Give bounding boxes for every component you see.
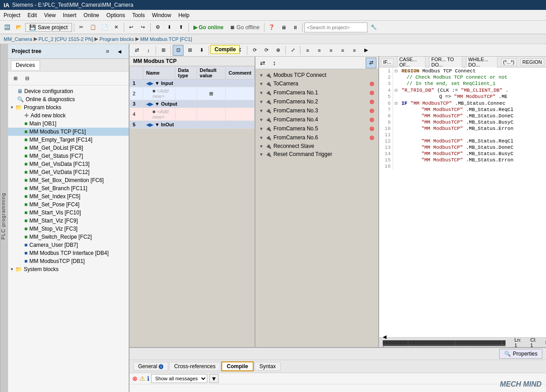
tab-syntax[interactable]: Syntax — [255, 362, 281, 371]
tree-item-mm-modbustcp-db1[interactable]: ■ MM ModbusTCP [DB1] — [8, 257, 129, 265]
delete-network-icon[interactable]: ⊗ — [369, 80, 375, 87]
monitor-btn[interactable]: 🖥 — [278, 22, 289, 33]
tree-item-system-blocks[interactable]: ▼ 📁 System blocks — [8, 265, 129, 273]
tree-item-mm-set-pose-fc4[interactable]: ■ MM_Set_Pose [FC4] — [8, 200, 129, 209]
dropdown-arrow-btn[interactable]: ▼ — [209, 374, 219, 383]
if-btn[interactable]: IF... — [381, 58, 394, 66]
collapse-icon[interactable]: ⊟ — [395, 101, 398, 106]
tab-general[interactable]: General i — [133, 362, 168, 371]
breadcrumb-item-0[interactable]: MM_Camera — [4, 36, 32, 42]
for-btn[interactable]: FOR... TO DO... — [429, 57, 462, 68]
block-tb-btn-19[interactable]: ▶ — [361, 45, 371, 56]
network-item-reconnect-slave[interactable]: ▼ 🔌 Reconnect Slave — [255, 142, 378, 150]
menu-project[interactable]: Project — [0, 11, 24, 19]
tree-item-mm-start-viz-fc9[interactable]: ■ MM_Start_Viz [FC9] — [8, 217, 129, 225]
network-item-from-camera-4[interactable]: ▼ 🔌 FromCamera No.4 ⊗ — [255, 115, 378, 124]
block-tb-btn-14[interactable]: ≡ — [302, 45, 313, 56]
collapse-icon[interactable]: ⊟ — [395, 68, 398, 74]
network-item-from-camera-6[interactable]: ▼ 🔌 FromCamera No.6 ⊗ — [255, 133, 378, 142]
open-btn[interactable]: 📂 — [13, 22, 24, 33]
breadcrumb-item-3[interactable]: MM Modbus TCP [FC1] — [140, 36, 192, 42]
block-tb-btn-18[interactable]: ≡ — [349, 45, 360, 56]
collapse-tree-btn[interactable]: ⧈ — [102, 46, 113, 57]
block-tb-btn-13[interactable]: ⤢ — [287, 45, 298, 56]
block-tb-btn-10[interactable]: ⟳ — [249, 45, 260, 56]
tree-btn-1[interactable]: ⊞ — [10, 73, 21, 84]
devices-tab[interactable]: Devices — [11, 60, 40, 70]
region-btn[interactable]: REGION — [520, 58, 544, 66]
menu-edit[interactable]: Edit — [24, 11, 40, 19]
search-btn[interactable]: 🔧 — [368, 22, 379, 33]
network-list-btn-1[interactable]: ⇄ — [257, 58, 268, 68]
tree-item-mm-stop-viz-fc3[interactable]: ■ MM_Stop_Viz [FC3] — [8, 225, 129, 233]
tree-item-mm-set-branch-fc11[interactable]: ■ MM_Set_Branch [FC11] — [8, 184, 129, 192]
properties-button[interactable]: 🔍 Properties — [499, 349, 542, 359]
network-item-from-camera-5[interactable]: ▼ 🔌 FromCamera No.5 ⊗ — [255, 124, 378, 133]
tree-item-program-blocks[interactable]: ▼ 📁 Program blocks — [8, 103, 129, 111]
new-btn[interactable]: 🆕 — [2, 22, 13, 33]
menu-options[interactable]: Options — [103, 11, 129, 19]
tree-item-mm-set-box-fc6[interactable]: ■ MM_Set_Box_Dimention [FC6] — [8, 176, 129, 184]
network-list-btn-3[interactable]: ⇄ — [366, 58, 376, 68]
network-item-modbus-tcp-connect[interactable]: ▼ 🔌 Modbus TCP Connect — [255, 71, 378, 79]
delete-network-icon[interactable]: ⊗ — [369, 134, 375, 141]
block-tb-btn-16[interactable]: ≡ — [326, 45, 336, 56]
case-btn[interactable]: CASE... OF... — [397, 57, 425, 68]
help-btn[interactable]: ❓ — [266, 22, 277, 33]
network-item-from-camera-3[interactable]: ▼ 🔌 FromCamera No.3 ⊗ — [255, 106, 378, 115]
breadcrumb-item-2[interactable]: Program blocks — [99, 36, 134, 42]
delete-network-icon[interactable]: ⊗ — [369, 98, 375, 105]
search-input[interactable] — [304, 22, 367, 32]
tree-item-mm-get-status-fc7[interactable]: ■ MM_Get_Status [FC7] — [8, 152, 129, 160]
compile-btn[interactable]: ⚙ — [152, 22, 163, 33]
delete-btn[interactable]: ✕ — [111, 22, 122, 33]
tree-item-device-config[interactable]: 🖥 Device configuration — [8, 87, 129, 95]
tree-item-add-new-block[interactable]: ✚ Add new block — [8, 111, 129, 120]
tree-item-mm-set-index-fc5[interactable]: ■ MM_Set_Index [FC5] — [8, 192, 129, 200]
tab-cross-references[interactable]: Cross-references — [169, 362, 220, 371]
network-list-btn-2[interactable]: ↕ — [269, 58, 280, 68]
block-tb-btn-15[interactable]: ≡ — [314, 45, 325, 56]
delete-network-icon[interactable]: ⊗ — [369, 116, 375, 123]
paste-btn[interactable]: 📄 — [99, 22, 110, 33]
go-offline-button[interactable]: ⏹ Go offline — [227, 23, 262, 31]
menu-window[interactable]: Window — [148, 11, 175, 19]
collapse-icon[interactable]: ⊟ — [395, 88, 398, 93]
tree-item-mm-start-vis-fc10[interactable]: ■ MM_Start_Vis [FC10] — [8, 209, 129, 217]
menu-help[interactable]: Help — [175, 11, 193, 19]
tree-item-mm-switch-recipe-fc2[interactable]: ■ MM_Switch_Recipe [FC2] — [8, 233, 129, 241]
tree-item-mm-empty-target-fc14[interactable]: ■ MM_Empty_Target [FC14] — [8, 136, 129, 144]
redo-btn[interactable]: ↪ — [138, 22, 148, 33]
block-tb-btn-17[interactable]: ≡ — [337, 45, 348, 56]
tree-item-mm-get-vizdata-fc12[interactable]: ■ MM_Get_VizData [FC12] — [8, 168, 129, 176]
network-item-from-camera-2[interactable]: ▼ 🔌 FromCamera No.2 ⊗ — [255, 97, 378, 106]
block-tb-btn-5[interactable]: ⊞ — [184, 45, 195, 56]
menu-online[interactable]: Online — [80, 11, 103, 19]
block-tb-btn-3[interactable]: ⊞ — [158, 45, 169, 56]
block-tb-btn-4[interactable]: ⊡ — [173, 45, 183, 56]
undo-btn[interactable]: ↩ — [126, 22, 137, 33]
tree-btn-2[interactable]: ⊟ — [22, 73, 32, 84]
tab-compile[interactable]: Compile — [221, 361, 253, 371]
while-btn[interactable]: WHILE... DO... — [466, 57, 497, 68]
menu-tools[interactable]: Tools — [129, 11, 148, 19]
tree-item-camera-user-db7[interactable]: ■ Camera_User [DB7] — [8, 241, 129, 249]
tree-item-main-ob1[interactable]: ■ Main [OB1] — [8, 120, 129, 128]
block-tb-btn-12[interactable]: ⊕ — [273, 45, 283, 56]
show-messages-dropdown[interactable]: Show all messages — [151, 374, 207, 383]
block-tb-btn-11[interactable]: ⟳ — [261, 45, 272, 56]
save-project-button[interactable]: 💾 Save project — [25, 23, 72, 32]
block-tb-btn-2[interactable]: ↕ — [143, 45, 154, 56]
cut-btn[interactable]: ✂ — [76, 22, 87, 33]
stop-btn[interactable]: ⏸ — [290, 22, 300, 33]
tree-item-mm-get-dolist-fc8[interactable]: ■ MM_Get_DoList [FC8] — [8, 144, 129, 152]
close-tree-btn[interactable]: ◀ — [114, 46, 125, 57]
menu-insert[interactable]: Insert — [59, 11, 80, 19]
delete-network-icon[interactable]: ⊗ — [369, 89, 375, 96]
tree-item-mm-modbus-tcp-fc1[interactable]: ■ MM Modbus TCP [FC1] — [8, 128, 129, 136]
comment-btn[interactable]: (*...*) — [501, 58, 517, 66]
tree-item-mm-modbus-interface-db4[interactable]: ■ MM Modbus TCP Interface [DB4] — [8, 249, 129, 257]
copy-btn[interactable]: 📋 — [88, 22, 98, 33]
block-tb-btn-6[interactable]: ⬇ — [196, 45, 207, 56]
tree-item-online-diag[interactable]: 🔍 Online & diagnostics — [8, 95, 129, 103]
